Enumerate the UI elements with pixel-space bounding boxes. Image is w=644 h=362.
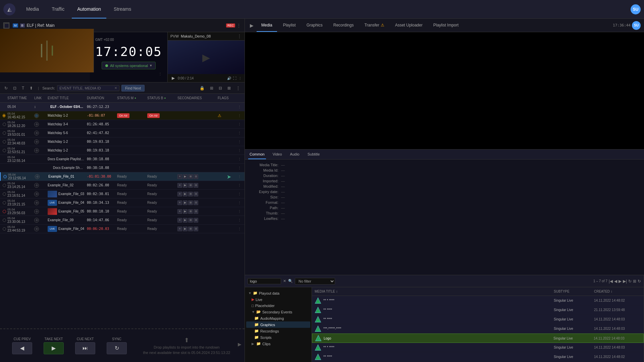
asset-row-logo[interactable]: Logo Singular Live 14.11.2022 14:48:03 — [312, 334, 644, 343]
table-row[interactable]: 05.04 16:45:42.15 ELF - October 03/4 (1)… — [0, 103, 245, 111]
tree-secondary-events[interactable]: ▼ 📂 Secondary Events — [246, 309, 310, 315]
pvw-volume-icon[interactable]: 🔊 — [227, 76, 231, 80]
app-logo[interactable]: ◭ — [3, 3, 15, 15]
first-page-button[interactable]: |◀ — [609, 279, 613, 284]
tree-placeholder[interactable]: □ Placeholder — [246, 303, 310, 309]
lock-icon[interactable]: ⊡ — [11, 85, 18, 92]
table-row[interactable]: 05.0422:53:51.21 ◎ Matchday 1-2 00:19:03… — [0, 146, 245, 155]
cue-prev-button[interactable]: ◀ — [12, 342, 32, 354]
table-row[interactable]: 05.0423:14:25.14 ◎ Example_File_02 00:02… — [0, 181, 245, 190]
more-icon[interactable]: ⋮ — [236, 23, 241, 28]
table-row[interactable]: Docs Example Show 1 00:38:18.08 ⋮ — [0, 164, 245, 172]
clock-more-icon[interactable]: ⋮ — [158, 72, 162, 76]
table-row[interactable]: 05.0423:12:55.14 ◎ Example_File_01 -01:0… — [0, 172, 245, 181]
asset-more-button[interactable]: ↻ — [638, 279, 641, 284]
view-button1[interactable]: ⊞ — [208, 85, 215, 92]
table-row[interactable]: 05.0422:34:48.03 ◎ Matchday 1-2 00:19:03… — [0, 137, 245, 146]
asset-filter-select[interactable]: No filter — [295, 278, 335, 285]
cue-next-button[interactable]: ⏭ — [75, 342, 95, 354]
asset-search-icon[interactable]: 🔍 — [288, 279, 293, 283]
table-row[interactable]: 05.0423:44:53.19 ◎ LIVE Example_File_04 … — [0, 225, 245, 233]
row-more-icon[interactable]: ⋮ — [236, 105, 243, 109]
pvw-settings-icon[interactable]: ⋮ — [238, 76, 242, 80]
right-user-avatar[interactable]: SU — [632, 21, 641, 30]
more-settings-button[interactable]: ⋮ — [234, 85, 242, 92]
table-row[interactable]: 05.0423:30:06.13 ◎ Example_File_09 00:14… — [0, 216, 245, 225]
tree-clips[interactable]: ▶ 📁 Clips — [246, 341, 310, 347]
view-button3[interactable]: ⊠ — [226, 85, 232, 92]
find-next-button[interactable]: Find Next — [121, 85, 145, 92]
table-row[interactable]: 05.0423:19:21.15 ◎ LIVE Example_File_04 … — [0, 198, 245, 207]
tree-scripts[interactable]: 📁 Scripts — [246, 334, 310, 341]
asset-search-clear[interactable]: ✕ — [283, 279, 286, 283]
lock-row-button[interactable]: 🔒 — [198, 85, 206, 92]
tab-playlist[interactable]: Playlist — [278, 19, 301, 32]
col-media-title: MEDIA TITLE ↕ — [315, 290, 554, 293]
refresh-button[interactable]: ↻ — [3, 85, 9, 92]
asset-row[interactable]: ** **** Singular Live 14.11.2022 14:48:0… — [312, 352, 644, 362]
search-clear-button[interactable]: ✕ — [114, 86, 117, 90]
nav-media[interactable]: Media — [21, 0, 44, 18]
pvw-fullscreen-icon[interactable]: ⛶ — [233, 76, 236, 80]
table-row[interactable]: 05.0423:12:55.14 Docs Example Playlist (… — [0, 155, 245, 164]
nav-automation[interactable]: Automation — [72, 0, 106, 18]
asset-row[interactable]: ** **** Singular Live 21.11.2022 13:59:4… — [312, 305, 644, 315]
asset-search-input[interactable] — [248, 278, 281, 284]
next-page-button[interactable]: ▶ — [619, 279, 622, 284]
prev-page-button[interactable]: ◀ — [614, 279, 617, 284]
table-row[interactable]: 05.0418:26:12.20 ◎ Matchday 3-4 01:26:48… — [0, 120, 245, 129]
tree-live[interactable]: ▶ Live — [246, 296, 310, 303]
search-input[interactable] — [59, 86, 113, 90]
text-button[interactable]: T — [20, 85, 26, 92]
tree-recordings[interactable]: 📁 Recordings — [246, 328, 310, 334]
tree-playout-data[interactable]: ▼ 📁 Playout data — [246, 290, 310, 296]
row-more-icon[interactable]: ⋮ — [236, 114, 243, 117]
system-status[interactable]: All systems operational ▾ — [102, 62, 156, 69]
search-box[interactable]: ✕ — [57, 85, 119, 91]
view-button2[interactable]: ⊟ — [217, 85, 224, 92]
tab-recordings[interactable]: Recordings — [329, 19, 359, 32]
asset-refresh-button[interactable]: ↻ — [628, 279, 632, 284]
pvw-play-button[interactable]: ▶ — [170, 75, 176, 81]
asset-row[interactable]: ** * **** Singular Live 14.11.2022 14:48… — [312, 296, 644, 305]
meta-tabs: Common Video Audio Subtitle — [245, 149, 644, 160]
asset-row[interactable]: ** * **** Singular Live 14.11.2022 14:48… — [312, 343, 644, 352]
tab-media[interactable]: Media — [257, 19, 277, 32]
drop-zone[interactable]: ⬆ Drop playlists to import into the rund… — [139, 337, 234, 355]
col-status-m: STATUS M ● — [116, 96, 146, 100]
table-row[interactable]: 05.0423:16:51.14 ◎ Example_File_03 00:02… — [0, 190, 245, 198]
asset-created: 21.11.2022 13:59:48 — [594, 308, 641, 312]
channel-square[interactable] — [3, 22, 9, 28]
nav-streams[interactable]: Streams — [108, 0, 137, 18]
table-row[interactable]: 05.0419:53:01.01 ◎ Matchday 5-6 02:41:47… — [0, 129, 245, 137]
table-row[interactable]: ◉ 05.0416:45:42.15 ◎ Matchday 1-2 -01:06… — [0, 111, 245, 120]
tree-audiomapping[interactable]: 📁 AudioMapping — [246, 315, 310, 321]
tab-playlist-import[interactable]: Playlist Import — [429, 19, 463, 32]
tree-graphics[interactable]: 📁 Graphics — [246, 321, 310, 328]
user-avatar[interactable]: SU — [631, 4, 641, 14]
table-row[interactable]: 05.0423:29:56.03 ◎ Example_File_05 00:00… — [0, 207, 245, 216]
asset-row[interactable]: ***-*****-**** Singular Live 14.11.2022 … — [312, 324, 644, 334]
meta-tab-audio[interactable]: Audio — [289, 149, 301, 159]
asset-row[interactable]: ** **** Singular Live 14.11.2022 14:48:0… — [312, 315, 644, 324]
asset-subtype: Singular Live — [554, 299, 594, 302]
upload-button[interactable]: ⬆ — [28, 85, 35, 92]
asset-view-button[interactable]: ⊞ — [633, 279, 636, 284]
tab-graphics[interactable]: Graphics — [302, 19, 327, 32]
status-dot — [105, 64, 108, 67]
meta-tab-subtitle[interactable]: Subtitle — [306, 149, 321, 159]
tab-transfer[interactable]: Transfer ⚠ — [360, 19, 389, 32]
pagination-info: 1 – 7 of 7 |◀ ◀ ▶ ▶| ↻ ⊞ ↻ — [593, 279, 641, 284]
sync-button[interactable]: ↻ — [107, 342, 127, 354]
meta-tab-common[interactable]: Common — [248, 149, 266, 159]
take-next-button[interactable]: ▶ — [44, 342, 64, 354]
collapse-arrow-button[interactable]: ▶ — [248, 22, 255, 29]
nav-traffic[interactable]: Traffic — [46, 0, 70, 18]
last-page-button[interactable]: ▶| — [623, 279, 627, 284]
meta-tab-video[interactable]: Video — [271, 149, 283, 159]
table-header: START TIME LINK EVENT TITLE DURATION STA… — [0, 94, 245, 103]
pvw-more-icon[interactable]: ⋮ — [237, 34, 242, 39]
bottom-expand-icon[interactable]: ▶ — [238, 342, 241, 347]
status-dropdown-icon[interactable]: ▾ — [150, 63, 152, 68]
tab-asset-uploader[interactable]: Asset Uploader — [390, 19, 427, 32]
